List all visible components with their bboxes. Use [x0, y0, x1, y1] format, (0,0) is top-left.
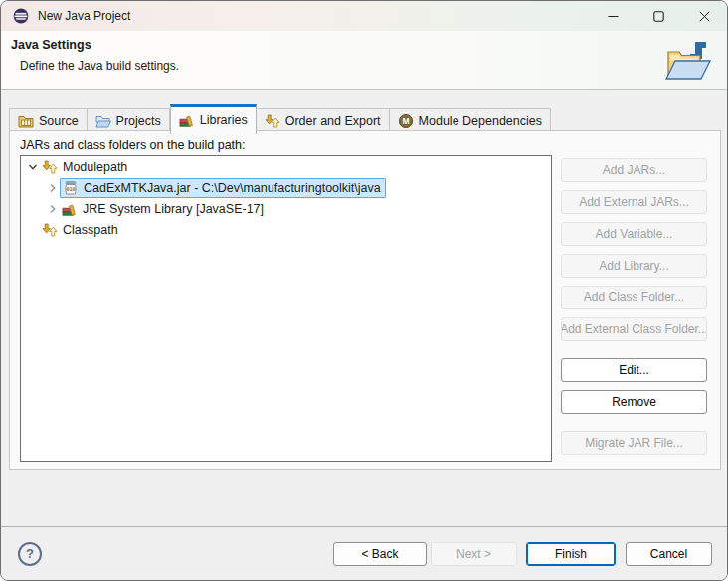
minimize-button[interactable] — [590, 1, 636, 31]
add-jars-button[interactable]: Add JARs... — [561, 158, 707, 182]
close-icon — [699, 11, 710, 22]
add-external-class-folder-button[interactable]: Add External Class Folder... — [561, 317, 707, 341]
path-arrows-icon — [42, 222, 58, 238]
maximize-button[interactable] — [636, 1, 681, 31]
titlebar: New Java Project — [1, 1, 727, 31]
build-path-caption: JARs and class folders on the build path… — [20, 138, 246, 152]
eclipse-logo-icon — [13, 8, 29, 24]
tree-row-jre-library[interactable]: JRE System Library [JavaSE-17] — [21, 198, 551, 219]
package-folder-icon — [18, 113, 34, 129]
open-folder-icon — [95, 113, 111, 129]
libraries-panel: JARs and class folders on the build path… — [9, 130, 721, 470]
order-arrows-icon — [265, 113, 280, 129]
tab-label: Libraries — [200, 113, 248, 127]
help-icon: ? — [26, 546, 34, 561]
add-library-button[interactable]: Add Library... — [561, 254, 707, 278]
tab-label: Module Dependencies — [419, 114, 542, 128]
window-title: New Java Project — [38, 9, 130, 23]
help-button[interactable]: ? — [18, 542, 42, 566]
books-icon — [179, 112, 195, 128]
back-button[interactable]: < Back — [333, 542, 427, 566]
add-variable-button[interactable]: Add Variable... — [561, 222, 707, 246]
wizard-footer: ? < Back Next > Finish Cancel — [1, 526, 727, 580]
tree-row-modulepath[interactable]: Modulepath — [21, 156, 551, 177]
chevron-right-icon[interactable] — [48, 204, 58, 214]
minimize-icon — [608, 11, 619, 22]
next-button[interactable]: Next > — [431, 542, 517, 566]
tree-item-label: Classpath — [63, 223, 118, 237]
tab-libraries[interactable]: Libraries — [170, 104, 257, 134]
migrate-jar-file-button[interactable]: Migrate JAR File... — [561, 431, 707, 455]
tree-row-classpath[interactable]: Classpath — [21, 219, 551, 240]
selected-tree-item[interactable]: 010 CadExMTKJava.jar - C:\Dev\manufactur… — [60, 178, 386, 198]
library-books-icon — [62, 201, 78, 217]
jar-icon: 010 — [63, 180, 79, 196]
new-java-project-dialog: New Java Project Java Settings Define th… — [0, 0, 728, 581]
module-icon: M — [398, 113, 414, 129]
add-class-folder-button[interactable]: Add Class Folder... — [561, 286, 707, 309]
tree-item-label: JRE System Library [JavaSE-17] — [83, 202, 264, 216]
path-arrows-icon — [42, 159, 58, 175]
finish-button[interactable]: Finish — [526, 542, 616, 566]
tree-row-cadex-jar[interactable]: 010 CadExMTKJava.jar - C:\Dev\manufactur… — [21, 177, 551, 198]
chevron-right-icon[interactable] — [48, 183, 58, 193]
cancel-button[interactable]: Cancel — [626, 542, 712, 566]
window-controls — [590, 1, 727, 31]
chevron-down-icon[interactable] — [28, 162, 38, 172]
page-title: Java Settings — [11, 38, 91, 52]
tab-label: Source — [39, 114, 79, 128]
edit-button[interactable]: Edit... — [561, 358, 707, 382]
maximize-icon — [653, 11, 664, 22]
new-java-project-folder-icon — [663, 41, 712, 87]
svg-text:M: M — [402, 116, 409, 126]
wizard-nav-buttons: < Back Next > Finish Cancel — [333, 542, 712, 566]
tab-label: Projects — [116, 114, 161, 128]
page-subtitle: Define the Java build settings. — [20, 59, 179, 73]
wizard-banner: Java Settings Define the Java build sett… — [1, 31, 727, 90]
tab-label: Order and Export — [285, 114, 381, 128]
build-path-tree: Modulepath 010 CadExMTKJava.jar - C:\Dev… — [20, 155, 552, 462]
close-button[interactable] — [681, 1, 727, 31]
add-external-jars-button[interactable]: Add External JARs... — [561, 190, 707, 214]
svg-text:010: 010 — [66, 185, 75, 191]
remove-button[interactable]: Remove — [561, 390, 707, 414]
tree-item-label: CadExMTKJava.jar - C:\Dev\manufacturingt… — [84, 181, 381, 195]
library-actions: Add JARs... Add External JARs... Add Var… — [561, 158, 707, 463]
tree-item-label: Modulepath — [63, 160, 127, 174]
